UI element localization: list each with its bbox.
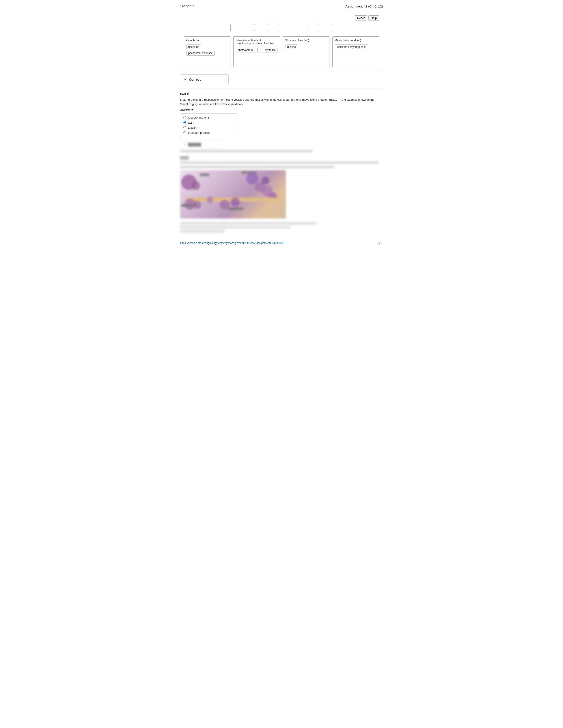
drop-zone-5[interactable]: [308, 24, 318, 31]
page-date: 12/26/2018: [180, 5, 194, 8]
blurred-correct-section: ✓ ██████: [180, 140, 383, 152]
biology-diagram: ██████ ███ ██████ ████████ ██ ████████ █…: [180, 170, 286, 219]
page-footer: https://session.masteringbiology.com/myc…: [180, 239, 383, 245]
category-cytoplasm-items: ribosome phosphofructokinase: [186, 45, 228, 56]
drop-zone-6[interactable]: [320, 24, 333, 31]
category-matrix-title: Matrix (mitochondrion): [335, 39, 377, 42]
page-title: Assignment #2 (Ch 6, 12): [346, 4, 383, 8]
radio-label-receptor-proteins: receptor proteins: [188, 116, 210, 119]
radio-option-1[interactable]: receptor proteins: [183, 116, 234, 119]
radio-options-box: receptor proteins actin tubulin transpor…: [180, 113, 237, 137]
radio-option-3[interactable]: tubulin: [183, 126, 234, 129]
category-internal-membrane: Internal membrane of mitochondrion and/o…: [233, 36, 280, 67]
category-cytoplasm-title: Cytoplasm: [186, 39, 228, 42]
checkmark-icon: ✓: [184, 77, 187, 82]
radio-transport-proteins[interactable]: [183, 131, 186, 134]
top-drop-zones: [184, 24, 379, 31]
radio-option-2[interactable]: actin: [183, 121, 234, 124]
radio-actin[interactable]: [183, 121, 186, 124]
category-cytoplasm: Cytoplasm ribosome phosphofructokinase: [184, 36, 231, 67]
blurred-part-d-section: ████ ██████ ███ ██████ ████████ ██ █████…: [180, 156, 383, 232]
radio-tubulin[interactable]: [183, 126, 186, 129]
drop-zone-4[interactable]: [280, 24, 306, 31]
drop-zone-3[interactable]: [269, 24, 278, 31]
item-ribosome[interactable]: ribosome: [186, 45, 201, 49]
blurred-correct-badge: ✓ ██████: [180, 140, 224, 149]
orange-strip: [185, 198, 280, 202]
assignment-toolbar: Reset Help: [184, 15, 379, 20]
category-internal-membrane-items: photosystem I ATP synthase: [236, 48, 278, 52]
category-stroma-title: Stroma (chloroplast): [285, 39, 327, 42]
item-phosphofructokinase[interactable]: phosphofructokinase: [186, 51, 215, 56]
radio-label-actin: actin: [188, 121, 194, 124]
part-c-section: Part C Motor proteins are responsible fo…: [180, 92, 383, 137]
radio-label-tubulin: tubulin: [188, 126, 196, 129]
category-internal-membrane-title: Internal membrane of mitochondrion and/o…: [236, 39, 278, 45]
category-stroma-items: rubisco: [285, 45, 327, 49]
radio-option-4[interactable]: transport proteins: [183, 131, 234, 134]
item-photosystem-i[interactable]: photosystem I: [236, 48, 256, 52]
item-atp-synthase[interactable]: ATP synthase: [257, 48, 278, 52]
item-isocitrate-dehydrogenase[interactable]: isocitrate dehydrogenase: [335, 45, 368, 49]
page-header: 12/26/2018 Assignment #2 (Ch 6, 12): [180, 4, 383, 8]
radio-receptor-proteins[interactable]: [183, 116, 186, 119]
category-matrix: Matrix (mitochondrion) isocitrate dehydr…: [333, 36, 379, 67]
reset-button[interactable]: Reset: [355, 15, 367, 20]
drop-zone-2[interactable]: [254, 24, 267, 31]
correct-badge: ✓ Correct: [180, 74, 228, 84]
answer-label: ANSWER:: [180, 108, 383, 112]
categories-container: Cytoplasm ribosome phosphofructokinase I…: [184, 36, 379, 67]
correct-label: Correct: [189, 78, 200, 81]
category-stroma: Stroma (chloroplast) rubisco: [283, 36, 330, 67]
blurred-part-d-label: ████: [180, 156, 383, 160]
page-number: 3/11: [378, 241, 383, 245]
category-matrix-items: isocitrate dehydrogenase: [335, 45, 377, 49]
help-button[interactable]: Help: [368, 15, 379, 20]
item-rubisco[interactable]: rubisco: [285, 45, 298, 49]
part-c-label: Part C: [180, 92, 383, 96]
blurred-diagram-text: [180, 222, 383, 232]
footer-link[interactable]: https://session.masteringbiology.com/myc…: [180, 241, 285, 245]
part-c-question: Motor proteins are responsible for movin…: [180, 98, 383, 106]
assignment-box: Reset Help Cytoplasm ribosome phosphofru…: [180, 12, 383, 71]
drop-zone-1[interactable]: [230, 24, 252, 31]
radio-label-transport-proteins: transport proteins: [188, 131, 210, 134]
